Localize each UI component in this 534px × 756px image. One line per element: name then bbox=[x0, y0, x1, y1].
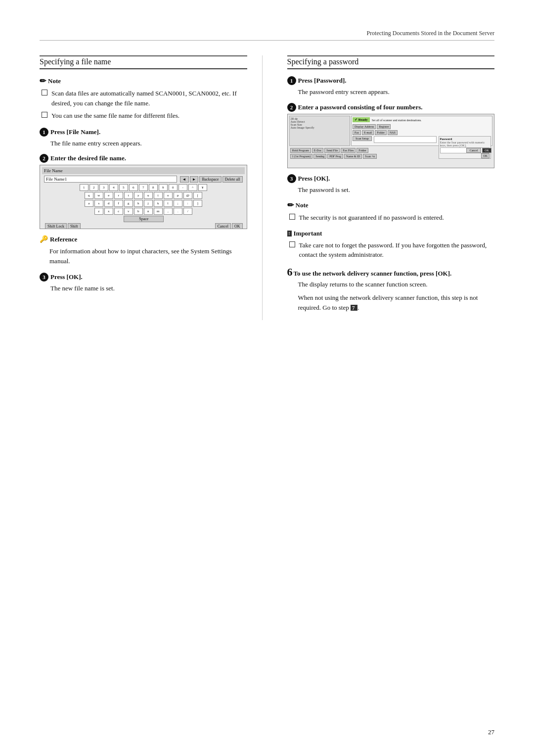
right-note-icon: ✏ bbox=[287, 200, 294, 210]
left-column: Specifying a file name ✏ Note Scan data … bbox=[40, 55, 263, 320]
kb-key-9: 9 bbox=[159, 184, 168, 191]
right-note-section: ✏ Note The security is not guaranteed if… bbox=[287, 200, 495, 223]
scanner-left-panel: 2R dpAuto DetectScan SizeAuto Image Spec… bbox=[289, 116, 350, 146]
right-step6-desc2-text: When not using the network delivery scan… bbox=[298, 294, 478, 311]
checkbox-1 bbox=[42, 90, 47, 95]
kb-key-2: 2 bbox=[89, 184, 98, 191]
kb-key-6: 6 bbox=[129, 184, 138, 191]
kb-key-comma: , bbox=[164, 208, 173, 215]
kb-key-0: 0 bbox=[169, 184, 178, 191]
kb-key-k: k bbox=[154, 200, 163, 207]
step1-num: 1 bbox=[40, 128, 48, 137]
kb-key-j: j bbox=[144, 200, 153, 207]
kb-key-s: s bbox=[94, 200, 103, 207]
note-item-1: Scan data files are automatically named … bbox=[40, 89, 247, 108]
left-step1-header: 1 Press [File Name]. bbox=[40, 128, 247, 137]
important-text-1: Take care not to forget the password. If… bbox=[299, 240, 495, 260]
right-step6-num: 6 bbox=[287, 267, 293, 278]
right-step-1: 1 Press [Password]. The password entry s… bbox=[287, 76, 495, 97]
kb-space-btn: Space bbox=[124, 216, 164, 222]
kb-key-b: b bbox=[134, 208, 143, 215]
left-step3-label: Press [OK]. bbox=[50, 273, 83, 281]
kb-key-7: 7 bbox=[139, 184, 148, 191]
kb-deleteall-btn: Delete all bbox=[222, 176, 243, 183]
kb-key-e: e bbox=[104, 192, 113, 199]
kb-bottom-row: Shift Lock Shift Cancel OK bbox=[42, 222, 245, 229]
kb-key-period: . bbox=[174, 208, 182, 215]
right-step2-num: 2 bbox=[287, 103, 296, 112]
right-step-3: 3 Press [OK]. The password is set. bbox=[287, 174, 495, 195]
keyboard-image: File Name File Name1 ◄ ► Backspace Delet… bbox=[40, 165, 247, 229]
left-note-header: ✏ Note bbox=[40, 76, 247, 86]
left-section-title: Specifying a file name bbox=[40, 57, 247, 69]
kb-key-yen: ¥ bbox=[198, 184, 207, 191]
kb-backspace-btn: Backspace bbox=[199, 176, 221, 183]
kb-key-colon: : bbox=[183, 200, 192, 207]
important-label: Important bbox=[294, 230, 322, 237]
right-step6-step-ref: 7 bbox=[351, 305, 357, 311]
kb-key-t: t bbox=[124, 192, 133, 199]
kb-key-4: 4 bbox=[109, 184, 118, 191]
left-step-2: 2 Enter the desired file name. File Name… bbox=[40, 154, 247, 229]
kb-key-bracket: [ bbox=[193, 192, 202, 199]
kb-key-m: m bbox=[154, 208, 163, 215]
important-item-1: Take care not to forget the password. If… bbox=[287, 240, 495, 260]
right-step-2: 2 Enter a password consisting of four nu… bbox=[287, 103, 495, 168]
checkbox-2 bbox=[42, 112, 47, 118]
kb-row-2: q w e r t y u i o p @ [ bbox=[42, 192, 245, 199]
kb-top-bar: File Name bbox=[42, 167, 245, 174]
right-step1-label: Press [Password]. bbox=[298, 77, 347, 85]
reference-section: 🔑 Reference For information about how to… bbox=[40, 235, 247, 266]
kb-key-at: @ bbox=[183, 192, 192, 199]
left-step3-desc: The new file name is set. bbox=[40, 284, 247, 293]
right-column: Specifying a password 1 Press [Password]… bbox=[282, 55, 495, 320]
left-step3-header: 3 Press [OK]. bbox=[40, 273, 247, 282]
header-title: Protecting Documents Stored in the Docum… bbox=[366, 30, 494, 37]
kb-key-f: f bbox=[114, 200, 123, 207]
reference-header: 🔑 Reference bbox=[40, 235, 247, 243]
right-step1-header: 1 Press [Password]. bbox=[287, 76, 495, 85]
right-step1-num: 1 bbox=[287, 76, 296, 85]
left-step2-label: Enter the desired file name. bbox=[50, 154, 126, 162]
kb-key-caret: ^ bbox=[188, 184, 197, 191]
kb-key-p: p bbox=[174, 192, 182, 199]
reference-label: Reference bbox=[50, 236, 77, 243]
kb-key-d: d bbox=[104, 200, 113, 207]
scanner-password-image: 2R dpAuto DetectScan SizeAuto Image Spec… bbox=[287, 114, 495, 168]
right-section-title: Specifying a password bbox=[287, 57, 495, 69]
right-step3-num: 3 bbox=[287, 174, 296, 183]
right-step6-label: To use the network delivery scanner func… bbox=[294, 270, 452, 278]
note-text-2: You can use the same file name for diffe… bbox=[51, 111, 179, 121]
right-step3-label: Press [OK]. bbox=[298, 175, 330, 183]
right-step6-header: 6 To use the network delivery scanner fu… bbox=[287, 267, 495, 278]
kb-key-x: x bbox=[104, 208, 113, 215]
right-note-label: Note bbox=[296, 201, 309, 209]
imp-checkbox-1 bbox=[289, 241, 295, 247]
left-step1-label: Press [File Name]. bbox=[50, 128, 100, 136]
kb-input: File Name1 bbox=[44, 176, 177, 183]
kb-key-q: q bbox=[85, 192, 93, 199]
kb-key-i: i bbox=[154, 192, 163, 199]
right-step6-period: . bbox=[357, 304, 359, 311]
kb-back-arrow: ◄ bbox=[180, 176, 189, 183]
kb-label: File Name bbox=[44, 168, 63, 173]
note-text-1: Scan data files are automatically named … bbox=[51, 89, 247, 108]
right-note-header: ✏ Note bbox=[287, 200, 495, 210]
kb-cancel-btn: Cancel bbox=[215, 223, 231, 229]
important-icon: ! bbox=[287, 231, 292, 236]
right-step-6: 6 To use the network delivery scanner fu… bbox=[287, 267, 495, 313]
note-item-2: You can use the same file name for diffe… bbox=[40, 111, 247, 121]
kb-key-v: v bbox=[124, 208, 133, 215]
kb-key-h: h bbox=[134, 200, 143, 207]
kb-key-g: g bbox=[124, 200, 133, 207]
kb-row-3: a s d f g h j k l ; : ] bbox=[42, 200, 245, 207]
kb-input-row: File Name1 ◄ ► Backspace Delete all bbox=[42, 176, 245, 183]
right-step1-desc: The password entry screen appears. bbox=[287, 87, 495, 97]
right-step2-label: Enter a password consisting of four numb… bbox=[298, 103, 423, 111]
kb-shiftlock-btn: Shift Lock bbox=[45, 223, 67, 229]
right-checkbox-1 bbox=[289, 214, 295, 220]
kb-ok-btn: OK bbox=[232, 223, 243, 229]
important-header: ! Important bbox=[287, 230, 495, 237]
kb-row-4: z x c v b n m , . / bbox=[42, 208, 245, 215]
kb-key-u: u bbox=[144, 192, 153, 199]
